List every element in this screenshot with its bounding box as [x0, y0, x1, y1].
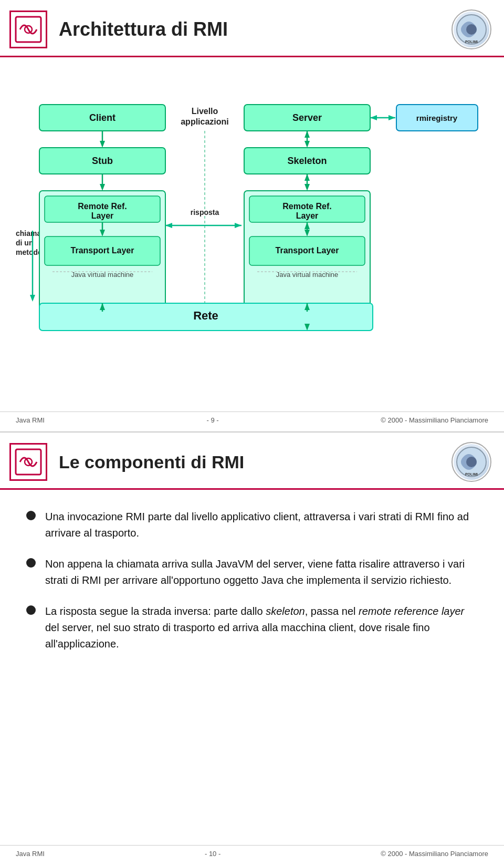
logo-icon: [15, 16, 42, 43]
rete-bar-label: Rete: [193, 309, 218, 322]
svg-marker-37: [304, 174, 310, 181]
diagram-wrapper: chiamata di un metodo Client Stub Remo: [0, 57, 504, 359]
slide2-footer-center: - 10 -: [205, 850, 220, 858]
bullet-dot-2: [26, 558, 36, 568]
svg-marker-32: [304, 141, 310, 148]
svg-marker-52: [388, 115, 395, 120]
bullet-dot-1: [26, 511, 36, 520]
svg-marker-36: [304, 184, 310, 191]
svg-text:Livello: Livello: [192, 107, 218, 116]
slide2-corner-logo-svg: POLIMI: [456, 446, 487, 478]
svg-text:applicazioni: applicazioni: [181, 117, 229, 126]
svg-point-62: [466, 457, 477, 467]
corner-logo-svg: POLIMI: [456, 14, 487, 45]
bullet-dot-3: [26, 605, 36, 615]
slide2-footer-right: © 2000 - Massimiliano Pianciamore: [381, 850, 488, 858]
bullet-text-2: Non appena la chiamata arriva sulla Java…: [45, 556, 478, 589]
svg-marker-51: [370, 115, 377, 120]
svg-marker-6: [30, 295, 35, 302]
bullet-text-3: La risposta segue la strada inversa: par…: [45, 603, 478, 652]
slide2-header: Le componenti di RMI POLIMI: [0, 432, 504, 490]
slide2-footer-left: Java RMI: [16, 850, 45, 858]
bullet-item-1: Una invocazione RMI parte dal livello ap…: [26, 509, 478, 541]
bullet-text-1: Una invocazione RMI parte dal livello ap…: [45, 509, 478, 541]
svg-marker-28: [165, 223, 172, 228]
svg-text:POLIMI: POLIMI: [465, 472, 478, 476]
chiamata-label3: metodo: [16, 248, 43, 256]
svg-text:POLIMI: POLIMI: [465, 40, 478, 44]
svg-marker-29: [235, 223, 242, 228]
italic-remote-ref: remote reference layer: [359, 605, 464, 617]
svg-text:Transport Layer: Transport Layer: [276, 246, 339, 255]
footer-center: - 9 -: [207, 416, 219, 424]
footer-left: Java RMI: [16, 416, 45, 424]
svg-marker-12: [100, 184, 105, 191]
svg-text:risposta: risposta: [191, 208, 219, 217]
slide2-footer: Java RMI - 10 - © 2000 - Massimiliano Pi…: [0, 845, 504, 858]
slide1-footer: Java RMI - 9 - © 2000 - Massimiliano Pia…: [0, 411, 504, 424]
bullet-item-3: La risposta segue la strada inversa: par…: [26, 603, 478, 652]
svg-text:Remote Ref.: Remote Ref.: [282, 202, 331, 211]
slide-1: Architettura di RMI POLIMI chiamata di u…: [0, 0, 504, 432]
registry-box-label: rmiregistry: [416, 114, 458, 122]
server-box-label: Server: [292, 112, 322, 123]
slide2-corner-logo-inner: POLIMI: [454, 444, 489, 480]
svg-text:Remote Ref.: Remote Ref.: [78, 202, 127, 211]
corner-logo: POLIMI: [452, 9, 491, 49]
slide1-title: Architettura di RMI: [59, 18, 452, 40]
svg-marker-9: [100, 141, 105, 148]
slide2-logo-icon: [15, 448, 42, 476]
skeleton-box-label: Skeleton: [287, 156, 327, 166]
svg-text:Layer: Layer: [296, 211, 319, 220]
svg-text:Layer: Layer: [91, 211, 114, 220]
slide2-title: Le componenti di RMI: [59, 452, 452, 472]
italic-skeleton: skeleton: [266, 605, 305, 617]
logo-box: [9, 11, 47, 48]
stub-box-label: Stub: [92, 156, 113, 166]
bullet-item-2: Non appena la chiamata arriva sulla Java…: [26, 556, 478, 589]
slide1-header: Architettura di RMI POLIMI: [0, 0, 504, 57]
slide2-logo-box: [9, 443, 47, 481]
chiamata-label2: di un: [16, 239, 33, 247]
svg-point-3: [466, 24, 477, 35]
slide2-body: Una invocazione RMI parte dal livello ap…: [0, 490, 504, 677]
corner-logo-inner: POLIMI: [454, 12, 489, 47]
svg-text:Transport Layer: Transport Layer: [71, 246, 134, 255]
slide2-corner-logo: POLIMI: [452, 442, 491, 482]
client-box-label: Client: [89, 112, 116, 123]
svg-marker-33: [304, 131, 310, 138]
slide-2: Le componenti di RMI POLIMI Una invocazi…: [0, 432, 504, 865]
diagram-svg: chiamata di un metodo Client Stub Remo: [0, 57, 504, 357]
footer-right: © 2000 - Massimiliano Pianciamore: [381, 416, 488, 424]
